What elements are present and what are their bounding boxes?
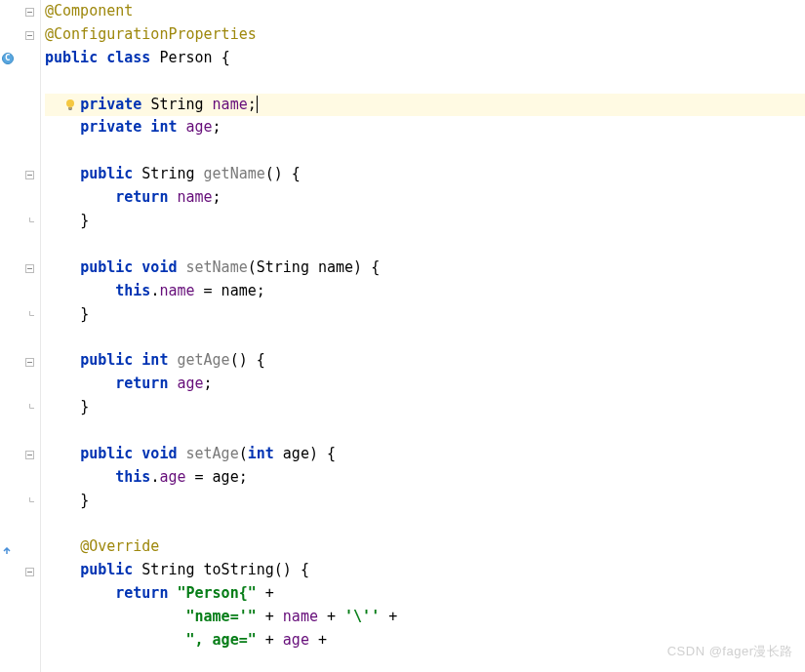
code-token: }: [80, 305, 89, 323]
code-line[interactable]: "name='" + name + '\'' +: [45, 606, 805, 629]
code-line[interactable]: [45, 419, 805, 443]
code-line[interactable]: [45, 513, 805, 536]
code-line[interactable]: [45, 70, 805, 94]
code-token: ;: [248, 96, 257, 113]
code-token: @Override: [80, 537, 159, 555]
code-line[interactable]: @Override: [45, 535, 805, 559]
code-token: }: [80, 398, 89, 415]
code-token: ", age=": [186, 631, 265, 649]
code-token: name: [159, 282, 194, 299]
code-token: public: [80, 165, 141, 182]
svg-rect-15: [68, 107, 72, 109]
code-token: age: [159, 468, 185, 486]
code-line[interactable]: public void setAge(int age) {: [45, 443, 805, 466]
code-token: () {: [230, 351, 265, 369]
fold-collapse-icon[interactable]: [23, 449, 36, 461]
fold-collapse-icon[interactable]: [23, 29, 36, 42]
code-line[interactable]: }: [45, 396, 805, 419]
code-token: toString: [204, 561, 274, 578]
code-token: return: [115, 584, 177, 602]
fold-collapse-icon[interactable]: [23, 262, 36, 275]
code-line[interactable]: }: [45, 210, 805, 233]
code-token: name: [213, 96, 248, 113]
code-line[interactable]: [45, 139, 805, 163]
fold-collapse-icon[interactable]: [23, 356, 36, 369]
code-token: name: [283, 608, 318, 625]
code-token: private int: [80, 118, 185, 136]
code-token: [45, 258, 80, 276]
fold-end-icon[interactable]: [23, 402, 36, 415]
fold-collapse-icon[interactable]: [23, 169, 36, 181]
code-line[interactable]: return age;: [45, 373, 805, 396]
code-token: [45, 375, 115, 392]
code-token: age: [177, 375, 203, 392]
code-token: [45, 398, 80, 415]
code-line[interactable]: private String name;: [45, 94, 805, 117]
code-line[interactable]: this.name = name;: [45, 280, 805, 303]
text-cursor: [257, 96, 258, 113]
fold-collapse-icon[interactable]: [23, 566, 36, 578]
code-line[interactable]: @Component: [45, 0, 805, 23]
code-line[interactable]: @ConfigurationProperties: [45, 23, 805, 47]
code-line[interactable]: public int getAge() {: [45, 349, 805, 373]
code-token: public void: [80, 445, 185, 462]
code-token: [45, 561, 80, 578]
code-token: [45, 537, 80, 555]
code-line[interactable]: private int age;: [45, 116, 805, 139]
code-token: +: [388, 608, 397, 625]
code-token: = age;: [186, 468, 248, 486]
code-line[interactable]: public String getName() {: [45, 163, 805, 186]
code-token: @Component: [45, 2, 133, 20]
code-token: String: [150, 96, 212, 113]
code-token: {: [221, 49, 230, 66]
code-line[interactable]: return name;: [45, 186, 805, 210]
code-line[interactable]: }: [45, 303, 805, 327]
code-token: [45, 305, 80, 323]
code-token: +: [265, 584, 274, 602]
class-gutter-icon[interactable]: [2, 53, 14, 64]
code-line[interactable]: [45, 326, 805, 349]
code-token: [45, 351, 80, 369]
code-token: String: [141, 561, 203, 578]
code-line[interactable]: this.age = age;: [45, 466, 805, 490]
gutter-icons-column: [0, 0, 20, 672]
code-token: public void: [80, 258, 185, 276]
code-token: +: [318, 608, 344, 625]
code-token: '\'': [344, 608, 388, 625]
code-line[interactable]: public void setName(String name) {: [45, 257, 805, 280]
code-token: age: [283, 631, 309, 649]
code-token: = name;: [195, 282, 265, 299]
code-token: return: [115, 375, 177, 392]
code-token: Person: [159, 49, 221, 66]
code-line[interactable]: return "Person{" +: [45, 582, 805, 606]
fold-end-icon[interactable]: [23, 495, 36, 508]
code-text-area[interactable]: @Component@ConfigurationPropertiespublic…: [41, 0, 805, 672]
code-token: ;: [204, 375, 213, 392]
code-editor: @Component@ConfigurationPropertiespublic…: [0, 0, 805, 672]
code-token: name: [177, 188, 212, 206]
code-token: String: [141, 165, 203, 182]
intention-bulb-icon[interactable]: [62, 98, 78, 113]
code-token: return: [115, 188, 177, 206]
code-token: private: [80, 96, 150, 113]
code-token: (: [239, 445, 248, 462]
code-token: "name='": [186, 608, 265, 625]
code-token: +: [265, 631, 283, 649]
code-token: this: [115, 468, 150, 486]
code-token: +: [309, 631, 327, 649]
code-line[interactable]: public class Person {: [45, 47, 805, 70]
override-gutter-icon[interactable]: [2, 543, 12, 553]
fold-collapse-icon[interactable]: [23, 6, 36, 19]
code-token: [45, 492, 80, 509]
code-line[interactable]: }: [45, 490, 805, 513]
code-token: }: [80, 212, 89, 229]
code-token: [45, 468, 115, 486]
fold-end-icon[interactable]: [23, 216, 36, 228]
code-line[interactable]: [45, 233, 805, 257]
svg-point-14: [66, 99, 74, 107]
code-token: this: [115, 282, 150, 299]
fold-end-icon[interactable]: [23, 309, 36, 322]
code-line[interactable]: public String toString() {: [45, 559, 805, 582]
code-token: [45, 608, 186, 625]
code-token: ;: [213, 118, 221, 136]
